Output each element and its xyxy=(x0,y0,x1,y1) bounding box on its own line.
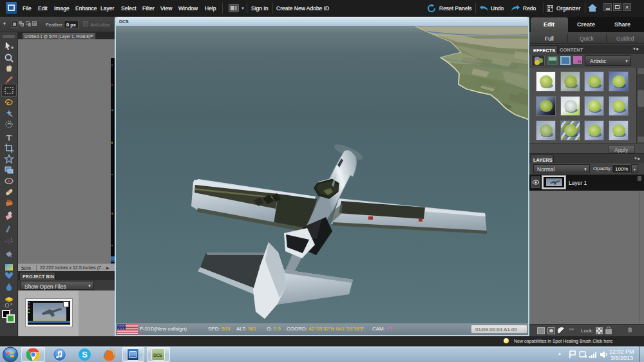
svg-text:T: T xyxy=(6,133,12,142)
svg-text:fx: fx xyxy=(578,59,582,64)
svg-text:S: S xyxy=(82,350,88,359)
